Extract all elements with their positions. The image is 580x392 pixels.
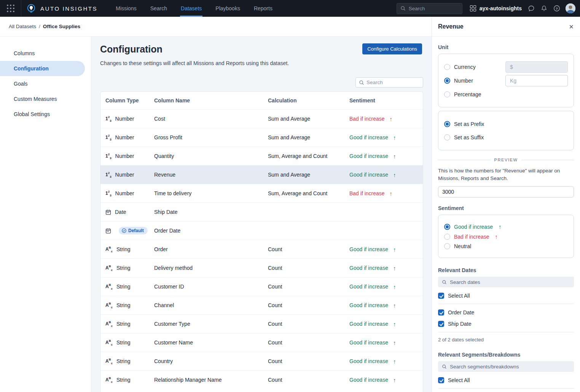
panel-header: Revenue	[432, 17, 580, 37]
sentiment-cell[interactable]: Good if increase	[349, 265, 423, 271]
preview-description: This is how the numbers for "Revenue" wi…	[438, 167, 574, 182]
checkbox-item[interactable]: Select All	[438, 293, 574, 299]
checkbox-checked-icon[interactable]	[438, 377, 444, 383]
segments-search-input[interactable]	[450, 364, 564, 370]
topbar-nav-item[interactable]: Reports	[253, 0, 273, 17]
table-row[interactable]: ABc String Customer Name Count Good if i…	[100, 333, 423, 352]
dates-search[interactable]	[438, 277, 574, 287]
sentiment-cell[interactable]: Good if increase	[349, 321, 423, 327]
table-row[interactable]: ABc String Delivery method Count Good if…	[100, 258, 423, 277]
column-type-cell: ABc String	[105, 246, 154, 253]
chat-icon[interactable]	[528, 5, 535, 12]
sentiment-option[interactable]: Good if increase	[444, 223, 568, 230]
sentiment-cell[interactable]: Good if increase	[349, 246, 423, 253]
table-row[interactable]: 123 Number Cost Sum and Average Bad if i…	[100, 109, 423, 128]
topbar-nav-item[interactable]: Search	[150, 0, 168, 17]
sidebar-item-global-settings[interactable]: Global Settings	[0, 107, 85, 122]
topbar-nav-item[interactable]: Datasets	[180, 0, 202, 17]
sentiment-cell[interactable]: Good if increase	[349, 339, 423, 346]
sentiment-option[interactable]: Bad if increase	[444, 233, 568, 240]
table-row[interactable]: 123 Number Quantity Sum, Average and Cou…	[100, 147, 423, 165]
unit-option[interactable]: Percentage	[444, 91, 481, 97]
help-icon[interactable]: ?	[553, 5, 560, 12]
radio-button[interactable]	[444, 134, 450, 140]
table-search[interactable]	[355, 77, 423, 88]
table-row[interactable]: Default Order Date	[100, 221, 423, 240]
configure-calculations-button[interactable]: Configure Calculations	[362, 43, 422, 54]
up-arrow-icon	[393, 339, 396, 346]
close-icon[interactable]	[569, 23, 574, 30]
table-row[interactable]: ABc String Relationship Manager Name Cou…	[100, 370, 423, 389]
string-type-icon: ABc	[105, 358, 113, 365]
affix-option[interactable]: Set as Prefix	[444, 121, 484, 127]
sentiment-cell[interactable]: Bad if increase	[349, 116, 423, 122]
global-search-input[interactable]	[409, 6, 454, 11]
breadcrumb-all-datasets[interactable]: All Datasets	[9, 24, 36, 29]
table-row[interactable]: ABc String Country Count Good if increas…	[100, 352, 423, 370]
string-type-icon: ABc	[105, 265, 113, 272]
column-name-cell: Order	[154, 246, 268, 252]
sidebar-item-columns[interactable]: Columns	[0, 46, 85, 61]
preview-value-input[interactable]	[438, 186, 574, 198]
checkbox-item[interactable]: Ship Date	[438, 321, 574, 327]
unit-option[interactable]: Number	[444, 78, 473, 84]
sentiment-cell[interactable]: Good if increase	[349, 134, 423, 141]
table-row[interactable]: Date Ship Date	[100, 202, 423, 221]
dates-search-input[interactable]	[450, 279, 564, 285]
sentiment-option[interactable]: Neutral	[444, 243, 568, 249]
sentiment-cell[interactable]: Bad if increase	[349, 190, 423, 197]
sentiment-cell[interactable]: Good if increase	[349, 284, 423, 290]
notifications-bell-icon[interactable]	[541, 5, 547, 12]
panel-title: Revenue	[438, 23, 464, 30]
sidebar-nav: ColumnsConfigurationGoalsCustom Measures…	[0, 37, 91, 392]
sentiment-cell[interactable]: Good if increase	[349, 358, 423, 365]
checkbox-item[interactable]: Order Date	[438, 309, 574, 316]
unit-option[interactable]: Currency	[444, 64, 476, 70]
radio-button[interactable]	[444, 224, 450, 230]
table-row[interactable]: 123 Number Gross Profit Sum and Average …	[100, 128, 423, 147]
table-row[interactable]: ABc String Order Count Good if increase	[100, 240, 423, 258]
radio-button[interactable]	[444, 91, 450, 97]
radio-button[interactable]	[444, 78, 450, 84]
table-row[interactable]: 123 Number Revenue Sum and Average Good …	[100, 165, 423, 184]
radio-button[interactable]	[444, 234, 450, 240]
column-type-label: Number	[115, 172, 134, 178]
table-header-cell: Column Type	[105, 97, 154, 104]
account-name[interactable]: ayx-autoinsights	[480, 5, 522, 11]
table-search-input[interactable]	[366, 80, 416, 85]
sidebar-item-configuration[interactable]: Configuration	[0, 61, 85, 76]
sentiment-cell[interactable]: Good if increase	[349, 153, 423, 159]
checkbox-item[interactable]: Select All	[438, 377, 574, 383]
checkbox-checked-icon[interactable]	[438, 293, 444, 299]
table-row[interactable]: ABc String Channel Count Good if increas…	[100, 296, 423, 314]
global-search[interactable]	[397, 3, 462, 14]
up-arrow-icon	[393, 302, 396, 309]
table-row[interactable]: ABc String Customer Type Count Good if i…	[100, 314, 423, 333]
user-avatar[interactable]	[566, 3, 575, 13]
sentiment-cell[interactable]: Good if increase	[349, 377, 423, 383]
radio-button[interactable]	[444, 64, 450, 70]
radio-button[interactable]	[444, 243, 450, 249]
topbar-nav-item[interactable]: Playbooks	[215, 0, 241, 17]
segments-search[interactable]	[438, 361, 574, 372]
checkbox-checked-icon[interactable]	[438, 321, 444, 327]
column-type-label: String	[116, 339, 131, 346]
sentiment-cell[interactable]: Good if increase	[349, 302, 423, 309]
checkbox-checked-icon[interactable]	[438, 309, 444, 316]
app-launcher-button[interactable]	[0, 0, 21, 17]
unit-symbol-input[interactable]	[505, 75, 568, 86]
sidebar-item-custom-measures[interactable]: Custom Measures	[0, 91, 85, 107]
search-icon	[442, 280, 447, 285]
workspace-grid-icon[interactable]	[470, 5, 476, 11]
column-name-cell: Relationship Manager Name	[154, 377, 268, 383]
unit-symbol-input[interactable]	[505, 61, 568, 73]
radio-button[interactable]	[444, 121, 450, 127]
table-row[interactable]: ABc String Customer ID Count Good if inc…	[100, 277, 423, 296]
table-header-cell: Sentiment	[349, 97, 423, 104]
table-row[interactable]: 123 Number Time to delivery Sum, Average…	[100, 184, 423, 202]
date-type-icon	[105, 228, 111, 234]
sentiment-cell[interactable]: Good if increase	[349, 172, 423, 178]
affix-option[interactable]: Set as Suffix	[444, 134, 484, 140]
sidebar-item-goals[interactable]: Goals	[0, 76, 85, 91]
topbar-nav-item[interactable]: Missions	[115, 0, 137, 17]
